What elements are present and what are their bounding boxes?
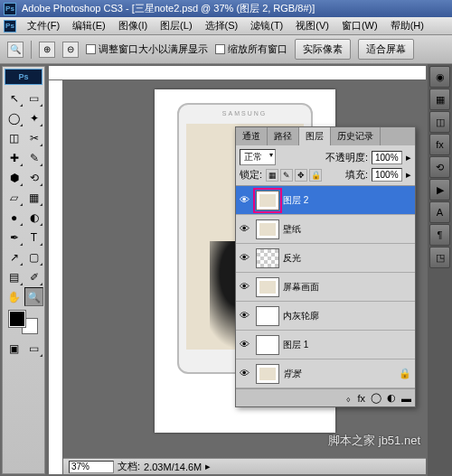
dropdown-icon[interactable]: ▸ [205,461,211,472]
marquee-tool[interactable]: ▭ [24,89,43,107]
visibility-icon[interactable]: 👁 [240,339,252,351]
styles-icon[interactable]: fx [429,134,450,155]
foreground-color[interactable] [9,311,25,327]
menu-filter[interactable]: 滤镜(T) [245,17,288,34]
pen-tool[interactable]: ✒ [5,228,24,247]
actual-pixels-button[interactable]: 实际像素 [295,39,351,60]
tab-history[interactable]: 历史记录 [331,127,381,145]
slice-tool[interactable]: ✂ [24,128,43,147]
history-icon[interactable]: ⟲ [429,156,450,178]
visibility-icon[interactable]: 👁 [240,281,252,294]
layer-name[interactable]: 图层 1 [283,339,411,351]
tab-layers[interactable]: 图层 [299,127,331,145]
tab-channels[interactable]: 通道 [236,127,268,145]
dropdown-icon[interactable]: ▸ [406,152,411,163]
history-brush-tool[interactable]: ⟲ [24,168,43,187]
visibility-icon[interactable]: 👁 [240,310,252,322]
menu-image[interactable]: 图像(I) [113,17,153,34]
layer-thumbnail[interactable] [256,306,279,326]
layer-name[interactable]: 壁纸 [283,223,411,236]
path-tool[interactable]: ↗ [5,247,24,266]
swatches-icon[interactable]: ◫ [429,111,450,133]
fx-icon[interactable]: fx [357,393,365,404]
lock-transparency-icon[interactable]: ▦ [266,169,278,182]
menu-help[interactable]: 帮助(H) [385,17,429,34]
layer-row[interactable]: 👁 反光 [236,244,415,273]
folder-icon[interactable]: ▬ [401,393,411,404]
link-icon[interactable]: ⬨ [345,393,352,404]
move-tool[interactable]: ↖ [5,89,24,107]
adjustment-icon[interactable]: ◐ [387,392,396,404]
brush-tool[interactable]: ✎ [24,148,43,167]
mask-icon[interactable]: ◯ [371,392,381,404]
menu-edit[interactable]: 编辑(E) [67,17,111,34]
hand-tool[interactable]: ✋ [5,287,24,306]
navigator-icon[interactable]: ◉ [429,66,450,88]
visibility-icon[interactable]: 👁 [240,223,252,236]
layer-name[interactable]: 内灰轮廓 [283,310,411,322]
para-icon[interactable]: ¶ [429,224,450,246]
layer-name[interactable]: 屏幕画面 [283,281,411,294]
menu-layer[interactable]: 图层(L) [155,17,197,34]
zoom-all-checkbox[interactable]: 缩放所有窗口 [215,42,287,56]
zoom-field[interactable]: 37% [69,461,114,473]
notes-tool[interactable]: ▤ [5,267,24,286]
gradient-tool[interactable]: ▦ [24,188,43,207]
blend-mode-select[interactable]: 正常 [240,149,276,165]
screenmode-icon[interactable]: ▭ [24,339,43,358]
lock-all-icon[interactable]: 🔒 [309,169,322,182]
layer-name[interactable]: 图层 2 [283,194,411,207]
menu-select[interactable]: 选择(S) [200,17,244,34]
menu-view[interactable]: 视图(V) [290,17,334,34]
menu-window[interactable]: 窗口(W) [336,17,383,34]
toolbox-header[interactable]: Ps [5,69,42,85]
lock-paint-icon[interactable]: ✎ [280,169,293,182]
quickmask-icon[interactable]: ▣ [5,339,24,358]
eyedropper-tool[interactable]: ✐ [24,267,43,286]
layer-row[interactable]: 👁 壁纸 [236,215,415,244]
color-icon[interactable]: ▦ [429,89,450,110]
zoom-tool[interactable]: 🔍 [24,287,43,306]
blur-tool[interactable]: ● [5,208,24,227]
wand-tool[interactable]: ✦ [24,108,43,127]
zoom-in-icon[interactable]: ⊕ [39,42,55,58]
dropdown-icon[interactable]: ▸ [406,169,411,181]
layer-thumbnail[interactable] [256,219,279,239]
crop-tool[interactable]: ◫ [5,128,24,147]
stamp-tool[interactable]: ⬢ [5,168,24,187]
char-icon[interactable]: A [429,201,450,223]
shape-tool[interactable]: ▢ [24,247,43,266]
lasso-tool[interactable]: ◯ [5,108,24,127]
layer-thumbnail[interactable] [256,335,279,355]
layer-row[interactable]: 👁 屏幕画面 [236,273,415,302]
fill-field[interactable]: 100% [372,168,402,182]
dodge-tool[interactable]: ◐ [24,208,43,227]
type-tool[interactable]: T [24,228,43,247]
layer-thumbnail[interactable] [256,248,279,268]
actions-icon[interactable]: ▶ [429,179,450,201]
opacity-field[interactable]: 100% [372,151,402,164]
zoom-tool-icon[interactable]: 🔍 [7,42,24,58]
layer-row[interactable]: 👁 内灰轮廓 [236,302,415,331]
fit-screen-button[interactable]: 适合屏幕 [358,39,414,60]
layer-thumbnail[interactable] [256,364,279,384]
heal-tool[interactable]: ✚ [5,148,24,167]
zoom-out-icon[interactable]: ⊖ [62,42,79,58]
layer-row[interactable]: 👁 背景 🔒 [236,359,415,388]
layer-row[interactable]: 👁 图层 2 [236,186,415,215]
resize-window-checkbox[interactable]: 调整窗口大小以满屏显示 [86,42,208,56]
visibility-icon[interactable]: 👁 [240,194,252,207]
layer-thumbnail[interactable] [256,191,279,210]
layers-icon[interactable]: ◳ [429,247,450,268]
layer-name[interactable]: 反光 [283,252,411,265]
layer-row[interactable]: 👁 图层 1 [236,331,415,359]
layer-name[interactable]: 背景 [283,368,395,380]
tab-paths[interactable]: 路径 [268,127,299,145]
visibility-icon[interactable]: 👁 [240,252,252,265]
color-swatches[interactable] [3,308,44,337]
layer-thumbnail[interactable] [256,277,279,297]
menu-file[interactable]: 文件(F) [22,17,65,34]
lock-move-icon[interactable]: ✥ [295,169,307,182]
eraser-tool[interactable]: ▱ [5,188,24,207]
visibility-icon[interactable]: 👁 [240,368,252,380]
